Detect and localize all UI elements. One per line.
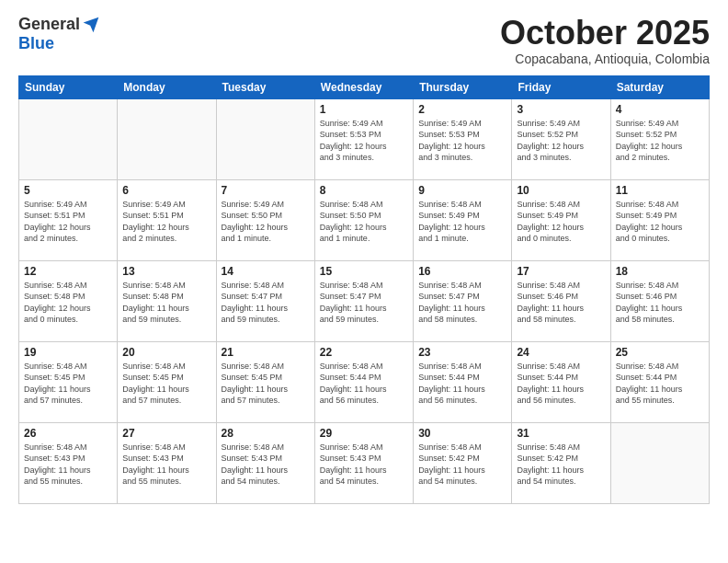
title-section: October 2025 Copacabana, Antioquia, Colo… (500, 15, 710, 66)
day-info: Sunrise: 5:49 AM Sunset: 5:51 PM Dayligh… (24, 199, 112, 245)
calendar-table: SundayMondayTuesdayWednesdayThursdayFrid… (18, 75, 710, 504)
calendar-cell: 19Sunrise: 5:48 AM Sunset: 5:45 PM Dayli… (19, 341, 118, 422)
logo: General Blue (18, 15, 100, 53)
day-number: 5 (24, 184, 112, 197)
day-info: Sunrise: 5:48 AM Sunset: 5:43 PM Dayligh… (320, 442, 408, 488)
day-info: Sunrise: 5:48 AM Sunset: 5:48 PM Dayligh… (24, 280, 112, 326)
day-number: 21 (222, 346, 310, 359)
day-info: Sunrise: 5:48 AM Sunset: 5:50 PM Dayligh… (320, 199, 408, 245)
day-info: Sunrise: 5:48 AM Sunset: 5:44 PM Dayligh… (418, 361, 506, 407)
day-info: Sunrise: 5:48 AM Sunset: 5:42 PM Dayligh… (517, 442, 605, 488)
calendar-header-tuesday: Tuesday (216, 75, 314, 98)
day-info: Sunrise: 5:48 AM Sunset: 5:44 PM Dayligh… (320, 361, 408, 407)
calendar-cell: 3Sunrise: 5:49 AM Sunset: 5:52 PM Daylig… (512, 98, 610, 179)
calendar-cell: 29Sunrise: 5:48 AM Sunset: 5:43 PM Dayli… (314, 422, 413, 503)
calendar-cell: 23Sunrise: 5:48 AM Sunset: 5:44 PM Dayli… (414, 341, 512, 422)
day-number: 30 (418, 427, 506, 440)
day-info: Sunrise: 5:48 AM Sunset: 5:44 PM Dayligh… (517, 361, 605, 407)
calendar-header-sunday: Sunday (19, 75, 118, 98)
day-number: 10 (517, 184, 605, 197)
day-number: 28 (222, 427, 310, 440)
calendar-cell: 18Sunrise: 5:48 AM Sunset: 5:46 PM Dayli… (610, 260, 709, 341)
calendar-header-monday: Monday (118, 75, 216, 98)
day-number: 8 (320, 184, 408, 197)
day-number: 16 (418, 265, 506, 278)
day-info: Sunrise: 5:48 AM Sunset: 5:49 PM Dayligh… (616, 199, 704, 245)
logo-general-text: General (18, 15, 80, 34)
calendar-cell: 27Sunrise: 5:48 AM Sunset: 5:43 PM Dayli… (118, 422, 216, 503)
day-number: 7 (222, 184, 310, 197)
calendar-header-thursday: Thursday (414, 75, 512, 98)
calendar-cell: 4Sunrise: 5:49 AM Sunset: 5:52 PM Daylig… (610, 98, 709, 179)
day-number: 15 (320, 265, 408, 278)
calendar-cell: 1Sunrise: 5:49 AM Sunset: 5:53 PM Daylig… (314, 98, 413, 179)
calendar-cell: 5Sunrise: 5:49 AM Sunset: 5:51 PM Daylig… (19, 179, 118, 260)
day-number: 17 (517, 265, 605, 278)
day-number: 25 (616, 346, 704, 359)
calendar-header-row: SundayMondayTuesdayWednesdayThursdayFrid… (19, 75, 710, 98)
day-number: 11 (616, 184, 704, 197)
day-number: 9 (418, 184, 506, 197)
day-info: Sunrise: 5:49 AM Sunset: 5:53 PM Dayligh… (418, 118, 506, 164)
calendar-week-row: 26Sunrise: 5:48 AM Sunset: 5:43 PM Dayli… (19, 422, 710, 503)
calendar-cell: 30Sunrise: 5:48 AM Sunset: 5:42 PM Dayli… (414, 422, 512, 503)
day-number: 12 (24, 265, 112, 278)
calendar-cell (610, 422, 709, 503)
calendar-cell: 22Sunrise: 5:48 AM Sunset: 5:44 PM Dayli… (314, 341, 413, 422)
day-info: Sunrise: 5:48 AM Sunset: 5:48 PM Dayligh… (122, 280, 210, 326)
day-info: Sunrise: 5:49 AM Sunset: 5:53 PM Dayligh… (320, 118, 408, 164)
day-number: 6 (122, 184, 210, 197)
day-info: Sunrise: 5:48 AM Sunset: 5:43 PM Dayligh… (24, 442, 112, 488)
calendar-cell: 17Sunrise: 5:48 AM Sunset: 5:46 PM Dayli… (512, 260, 610, 341)
calendar-cell: 2Sunrise: 5:49 AM Sunset: 5:53 PM Daylig… (414, 98, 512, 179)
calendar-cell: 31Sunrise: 5:48 AM Sunset: 5:42 PM Dayli… (512, 422, 610, 503)
day-info: Sunrise: 5:48 AM Sunset: 5:45 PM Dayligh… (222, 361, 310, 407)
calendar-cell: 24Sunrise: 5:48 AM Sunset: 5:44 PM Dayli… (512, 341, 610, 422)
calendar-header-wednesday: Wednesday (314, 75, 413, 98)
calendar-week-row: 12Sunrise: 5:48 AM Sunset: 5:48 PM Dayli… (19, 260, 710, 341)
day-number: 26 (24, 427, 112, 440)
day-number: 22 (320, 346, 408, 359)
day-info: Sunrise: 5:48 AM Sunset: 5:47 PM Dayligh… (320, 280, 408, 326)
header: General Blue October 2025 Copacabana, An… (18, 15, 710, 66)
day-info: Sunrise: 5:48 AM Sunset: 5:43 PM Dayligh… (122, 442, 210, 488)
day-info: Sunrise: 5:49 AM Sunset: 5:52 PM Dayligh… (517, 118, 605, 164)
subtitle: Copacabana, Antioquia, Colombia (500, 52, 710, 66)
day-info: Sunrise: 5:48 AM Sunset: 5:47 PM Dayligh… (418, 280, 506, 326)
day-info: Sunrise: 5:48 AM Sunset: 5:49 PM Dayligh… (418, 199, 506, 245)
calendar-cell: 20Sunrise: 5:48 AM Sunset: 5:45 PM Dayli… (118, 341, 216, 422)
calendar-cell: 8Sunrise: 5:48 AM Sunset: 5:50 PM Daylig… (314, 179, 413, 260)
day-number: 23 (418, 346, 506, 359)
calendar-header-saturday: Saturday (610, 75, 709, 98)
day-info: Sunrise: 5:48 AM Sunset: 5:46 PM Dayligh… (517, 280, 605, 326)
calendar-cell (118, 98, 216, 179)
day-number: 24 (517, 346, 605, 359)
calendar-cell (19, 98, 118, 179)
calendar-cell: 7Sunrise: 5:49 AM Sunset: 5:50 PM Daylig… (216, 179, 314, 260)
month-title: October 2025 (500, 15, 710, 52)
logo-bird-icon (82, 16, 100, 34)
day-number: 3 (517, 103, 605, 116)
day-info: Sunrise: 5:48 AM Sunset: 5:43 PM Dayligh… (222, 442, 310, 488)
day-number: 4 (616, 103, 704, 116)
day-info: Sunrise: 5:48 AM Sunset: 5:49 PM Dayligh… (517, 199, 605, 245)
day-info: Sunrise: 5:49 AM Sunset: 5:52 PM Dayligh… (616, 118, 704, 164)
day-info: Sunrise: 5:48 AM Sunset: 5:42 PM Dayligh… (418, 442, 506, 488)
day-number: 29 (320, 427, 408, 440)
day-number: 27 (122, 427, 210, 440)
calendar-week-row: 1Sunrise: 5:49 AM Sunset: 5:53 PM Daylig… (19, 98, 710, 179)
day-info: Sunrise: 5:49 AM Sunset: 5:50 PM Dayligh… (222, 199, 310, 245)
calendar-week-row: 19Sunrise: 5:48 AM Sunset: 5:45 PM Dayli… (19, 341, 710, 422)
calendar-cell: 21Sunrise: 5:48 AM Sunset: 5:45 PM Dayli… (216, 341, 314, 422)
calendar-cell: 25Sunrise: 5:48 AM Sunset: 5:44 PM Dayli… (610, 341, 709, 422)
calendar-cell: 14Sunrise: 5:48 AM Sunset: 5:47 PM Dayli… (216, 260, 314, 341)
calendar-cell: 13Sunrise: 5:48 AM Sunset: 5:48 PM Dayli… (118, 260, 216, 341)
day-info: Sunrise: 5:48 AM Sunset: 5:45 PM Dayligh… (122, 361, 210, 407)
day-info: Sunrise: 5:48 AM Sunset: 5:47 PM Dayligh… (222, 280, 310, 326)
calendar-cell: 16Sunrise: 5:48 AM Sunset: 5:47 PM Dayli… (414, 260, 512, 341)
calendar-cell: 26Sunrise: 5:48 AM Sunset: 5:43 PM Dayli… (19, 422, 118, 503)
calendar-cell: 10Sunrise: 5:48 AM Sunset: 5:49 PM Dayli… (512, 179, 610, 260)
day-number: 18 (616, 265, 704, 278)
day-number: 2 (418, 103, 506, 116)
logo-blue-text: Blue (18, 34, 54, 53)
